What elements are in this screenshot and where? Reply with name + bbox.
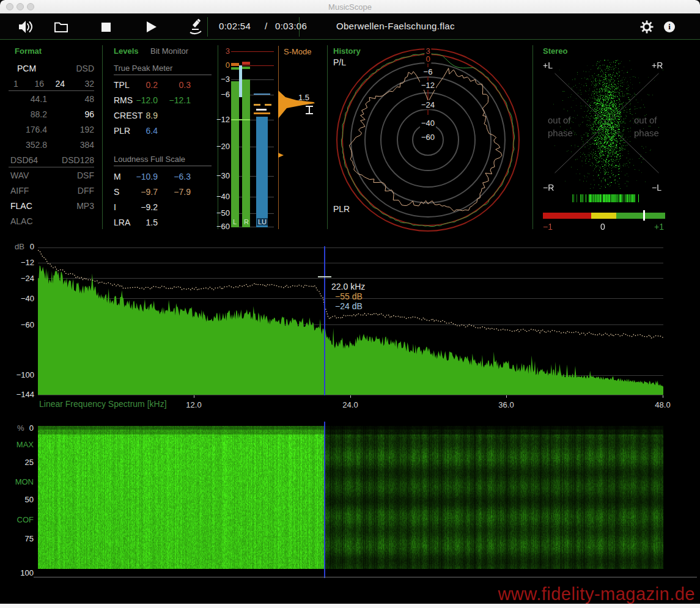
format-option: 384 xyxy=(9,140,94,150)
tab-levels[interactable]: Levels xyxy=(114,46,138,56)
meter-label-r: R xyxy=(244,218,249,225)
levels-row: CREST8.9 xyxy=(114,109,212,124)
cursor-tick xyxy=(318,276,331,277)
spectrum-x-tick: 48.0 xyxy=(649,400,676,409)
format-option: DSF xyxy=(9,170,94,180)
loudness-table: M−10.9−6.3S−9.7−7.9I−9.2LRA1.5 xyxy=(114,170,212,231)
corner-minus-l: −L xyxy=(652,183,661,192)
peak-indicator-right xyxy=(242,62,250,65)
meter-scale-label: −60 xyxy=(210,222,230,231)
spectrum-y-tick: −144 xyxy=(10,390,34,399)
format-divider xyxy=(9,90,94,91)
levels-value: −9.2 xyxy=(114,202,158,212)
history-ring-label: −60 xyxy=(420,133,436,142)
format-row: 176.4192 xyxy=(9,123,94,138)
spectrum-x-tickmark xyxy=(506,395,507,398)
analyze-button[interactable] xyxy=(185,16,206,37)
format-option: DFF xyxy=(9,186,94,196)
loudness-heading: Loudness Full Scale xyxy=(114,155,185,164)
window-title: MusicScope xyxy=(0,2,700,12)
corner-plus-r: +R xyxy=(652,60,663,70)
spectrum-x-tickmark xyxy=(663,395,663,398)
spectrogram-y-tick: 75 xyxy=(12,534,34,543)
lu-white-dash xyxy=(256,109,267,111)
levels-row: M−10.9−6.3 xyxy=(114,170,212,185)
levels-row: RMS−12.0−12.1 xyxy=(114,93,212,109)
corr-label-max: +1 xyxy=(654,222,664,232)
microscope-icon xyxy=(188,19,204,35)
meter-label-l: L xyxy=(233,218,237,225)
phase-text: out of xyxy=(548,114,573,126)
stereo-panel-title: Stereo xyxy=(543,46,567,56)
time-total: 0:03:06 xyxy=(275,21,307,31)
gear-icon xyxy=(640,20,654,34)
spectrum-cursor[interactable] xyxy=(324,246,325,395)
levels-value: −6.3 xyxy=(114,172,191,181)
toolbar-separator xyxy=(0,39,700,40)
levels-value: 8.9 xyxy=(114,111,158,120)
panel-divider xyxy=(102,45,103,229)
cursor-frequency: 22.0 kHz xyxy=(331,282,365,291)
true-peak-heading: True Peak Meter xyxy=(114,64,172,73)
spectrum-x-tick: 36.0 xyxy=(493,400,520,409)
format-panel: PCMDSD116243244.14888.296176.4192352.838… xyxy=(9,62,94,230)
peak-indicator-left xyxy=(231,63,239,66)
format-option: ALAC xyxy=(10,216,33,226)
panel-divider xyxy=(218,45,218,229)
spectrum-x-tickmark xyxy=(194,395,194,398)
corner-minus-r: −R xyxy=(543,183,554,192)
format-option: 48 xyxy=(9,94,94,104)
settings-button[interactable] xyxy=(636,16,657,37)
spectrogram-y-tick: 0 xyxy=(12,423,34,433)
stop-icon xyxy=(101,23,111,32)
format-row: ALAC xyxy=(9,214,94,230)
cursor-peak-db: −55 dB xyxy=(335,291,363,301)
meter-scale-label: −6 xyxy=(210,90,230,99)
format-option: MP3 xyxy=(9,201,94,211)
lu-orange-dash xyxy=(265,104,271,106)
spectrum-plot[interactable] xyxy=(38,246,663,395)
meter-scale-label: −40 xyxy=(210,192,230,201)
spectrogram-y-tick: MAX xyxy=(12,440,34,449)
watermark: www.fidelity-magazin.de xyxy=(498,584,695,604)
lu-orange-line xyxy=(254,112,270,114)
format-option: DSD128 xyxy=(9,155,94,165)
spectrum-x-tickmark xyxy=(350,395,351,398)
open-file-button[interactable] xyxy=(51,16,72,37)
levels-row: I−9.2 xyxy=(114,200,212,216)
toolbar-divider xyxy=(299,17,300,37)
play-button[interactable] xyxy=(141,16,162,37)
format-option: DSD xyxy=(9,64,94,73)
info-button[interactable]: i xyxy=(659,16,680,37)
format-option: 32 xyxy=(9,79,94,89)
spectrogram-bottom-line xyxy=(34,577,697,577)
spectrogram-cursor[interactable] xyxy=(324,422,325,578)
format-row: 88.296 xyxy=(9,108,94,123)
meter-scale-label: −20 xyxy=(210,142,230,151)
time-separator: / xyxy=(265,21,267,31)
format-row: AIFFDFF xyxy=(9,184,94,199)
format-row: PCMDSD xyxy=(9,62,94,77)
peak-chip-left xyxy=(231,67,239,70)
toolbar: 0:02:54 / 0:03:06 Oberwellen-Faelschung.… xyxy=(0,13,700,40)
meter-scale-label: −12 xyxy=(210,115,230,124)
spectrogram-canvas[interactable] xyxy=(38,426,663,569)
info-icon: i xyxy=(664,21,675,32)
spectrogram-y-tick: 50 xyxy=(12,495,34,504)
speaker-icon xyxy=(17,19,34,35)
spectrum-y-tick: −40 xyxy=(10,294,34,303)
stop-button[interactable] xyxy=(95,16,116,37)
phase-text: phase xyxy=(634,126,659,139)
history-ring-label: −40 xyxy=(420,119,436,128)
format-option: 192 xyxy=(9,125,94,134)
cursor-value-db: −24 dB xyxy=(335,301,363,311)
out-of-phase-right: out of phase xyxy=(634,114,659,139)
format-divider xyxy=(9,167,94,167)
musicscope-window: MusicScope 0 xyxy=(0,0,700,608)
tab-bit-monitor[interactable]: Bit Monitor xyxy=(150,46,188,56)
speaker-button[interactable] xyxy=(15,16,36,37)
smode-value: 1.5 xyxy=(298,93,309,102)
corr-label-min: −1 xyxy=(543,222,553,232)
heading-rule xyxy=(114,166,212,166)
meter-scale-label: −3 xyxy=(210,75,230,84)
